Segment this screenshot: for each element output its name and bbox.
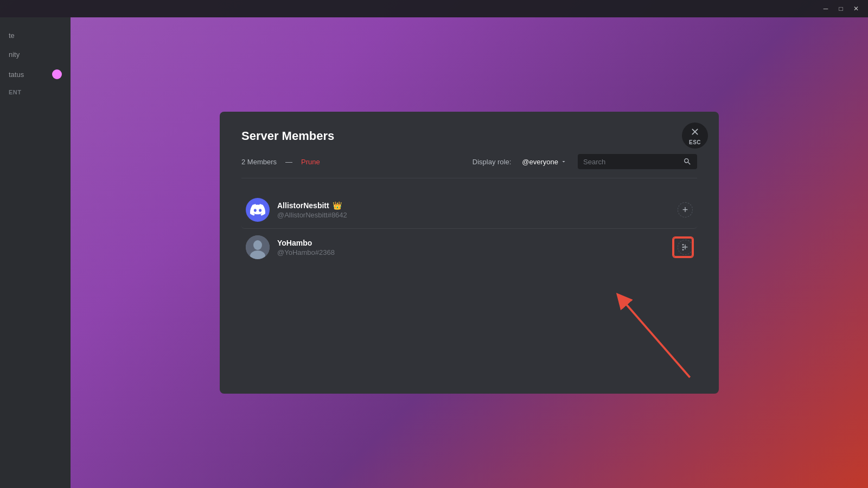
avatar <box>246 235 270 259</box>
member-row: YoHambo @YoHambo#2368 + <box>241 229 697 266</box>
crown-icon: 👑 <box>333 201 342 210</box>
dash-separator: — <box>285 158 292 166</box>
avatar <box>246 198 270 222</box>
close-window-button[interactable]: ✕ <box>848 1 864 16</box>
modal-content: Server Members ESC 2 Members — Prune Dis… <box>220 112 719 394</box>
modal-title: Server Members <box>241 129 697 143</box>
sidebar: te nity tatus ENT <box>0 17 71 488</box>
title-bar: ─ □ ✕ <box>0 0 868 17</box>
minimize-button[interactable]: ─ <box>818 1 833 16</box>
svg-line-6 <box>622 299 690 377</box>
member-name: YoHambo <box>277 239 671 247</box>
member-tag: @YoHambo#2368 <box>277 248 671 256</box>
member-display-name: AllistorNesbitt <box>277 201 329 210</box>
sidebar-item-1[interactable]: te <box>0 26 71 45</box>
esc-label: ESC <box>689 139 701 145</box>
three-dots-icon <box>679 243 687 252</box>
svg-point-1 <box>253 240 262 250</box>
member-name: AllistorNesbitt 👑 <box>277 201 671 210</box>
sidebar-item-community[interactable]: nity <box>0 45 71 64</box>
role-value: @everyone <box>522 158 558 166</box>
prune-button[interactable]: Prune <box>301 158 320 166</box>
member-row: AllistorNesbitt 👑 @AllistorNesbitt#8642 … <box>241 191 697 229</box>
search-icon <box>683 157 692 166</box>
maximize-button[interactable]: □ <box>833 1 848 16</box>
controls-bar: 2 Members — Prune Display role: @everyon… <box>241 154 697 178</box>
add-role-button[interactable]: + <box>678 202 693 217</box>
annotation-arrow <box>589 274 741 404</box>
sidebar-item-status-label: tatus <box>9 70 24 79</box>
close-icon <box>690 126 700 137</box>
sidebar-item-status[interactable]: tatus <box>0 64 71 85</box>
role-dropdown[interactable]: @everyone <box>518 156 571 168</box>
user-photo-icon <box>246 235 270 259</box>
member-display-name: YoHambo <box>277 239 312 247</box>
member-list: AllistorNesbitt 👑 @AllistorNesbitt#8642 … <box>241 191 697 266</box>
member-info: AllistorNesbitt 👑 @AllistorNesbitt#8642 <box>277 201 671 219</box>
member-tag: @AllistorNesbitt#8642 <box>277 211 671 219</box>
modal-close-button[interactable]: ESC <box>682 123 708 149</box>
server-members-modal: Server Members ESC 2 Members — Prune Dis… <box>71 17 868 488</box>
members-count: 2 Members <box>241 158 277 166</box>
svg-point-3 <box>682 244 684 246</box>
svg-point-4 <box>682 247 684 248</box>
discord-logo-icon <box>250 202 265 217</box>
chevron-down-icon <box>560 158 567 165</box>
svg-point-5 <box>682 249 684 251</box>
search-input[interactable] <box>583 158 679 166</box>
display-role-label: Display role: <box>473 158 512 166</box>
member-info: YoHambo @YoHambo#2368 <box>277 239 671 256</box>
search-box <box>578 154 697 169</box>
member-context-menu-button[interactable] <box>673 237 693 257</box>
sidebar-section-ent: ENT <box>0 85 71 98</box>
status-badge <box>52 69 62 79</box>
